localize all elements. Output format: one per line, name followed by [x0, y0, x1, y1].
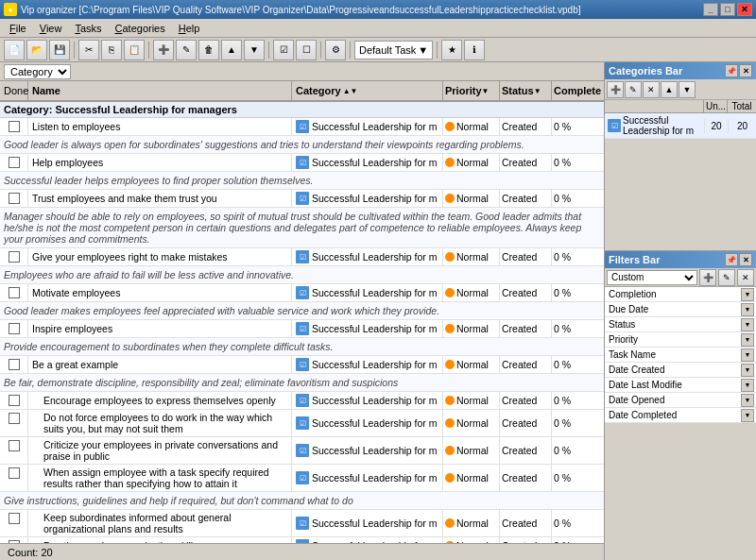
cat-delete-button[interactable]: ✕ [643, 81, 660, 98]
task-checkbox[interactable] [9, 251, 20, 263]
filter-dropdown-datelastmod[interactable]: ▼ [741, 379, 754, 392]
menu-help[interactable]: Help [173, 21, 206, 36]
task-name-cell[interactable]: Criticize your employees in private conv… [28, 437, 292, 464]
toolbar-uncheck[interactable]: ☐ [296, 40, 317, 60]
cat-add-button[interactable]: ➕ [607, 81, 624, 98]
task-name-cell[interactable]: Keep subordinates informed about general… [28, 510, 292, 536]
menu-view[interactable]: View [34, 21, 68, 36]
category-filter-select[interactable]: Category [4, 64, 71, 79]
task-checkbox[interactable] [9, 440, 20, 451]
task-category-cell: Successful Leadership for m [292, 510, 443, 536]
categories-pin-button[interactable]: 📌 [725, 64, 738, 77]
maximize-button[interactable]: □ [720, 3, 735, 16]
toolbar-copy[interactable]: ⎘ [101, 40, 122, 60]
task-checkbox[interactable] [9, 395, 20, 406]
task-checkbox-cell[interactable] [0, 465, 28, 491]
toolbar-up[interactable]: ▲ [221, 40, 242, 60]
toolbar-save[interactable]: 💾 [49, 40, 70, 60]
task-checkbox-cell[interactable] [0, 510, 28, 536]
cat-down-button[interactable]: ▼ [679, 81, 696, 98]
filters-pin-button[interactable]: 📌 [725, 253, 738, 266]
task-checkbox[interactable] [9, 413, 20, 424]
toolbar-open[interactable]: 📂 [26, 40, 47, 60]
task-name-cell[interactable]: Inspire employees [28, 320, 292, 337]
task-checkbox-cell[interactable] [0, 118, 28, 135]
task-checkbox[interactable] [9, 359, 20, 370]
filter-row-priority: Priority ▼ [605, 332, 756, 348]
categories-close-button[interactable]: ✕ [739, 64, 752, 77]
task-checkbox[interactable] [9, 513, 20, 524]
filter-dropdown-status[interactable]: ▼ [741, 318, 754, 331]
task-checkbox[interactable] [9, 467, 20, 479]
task-name-cell[interactable]: Give your employees right to make mistak… [28, 248, 292, 265]
task-name-cell[interactable]: When assign employee with a task specify… [28, 465, 292, 491]
filter-dropdown-datecreated[interactable]: ▼ [741, 364, 754, 377]
task-name-cell[interactable]: Motivate employees [28, 284, 292, 301]
col-header-complete[interactable]: Complete [552, 81, 604, 100]
col-header-done[interactable]: Done [0, 81, 28, 100]
toolbar-delete[interactable]: 🗑 [198, 40, 219, 60]
toolbar-paste[interactable]: 📋 [124, 40, 145, 60]
list-item[interactable]: Successful Leadership for m 20 20 [605, 113, 756, 139]
task-checkbox[interactable] [9, 193, 20, 204]
task-name-cell[interactable]: Be a great example [28, 356, 292, 373]
task-checkbox-cell[interactable] [0, 248, 28, 265]
task-checkbox-cell[interactable] [0, 320, 28, 337]
col-header-status[interactable]: Status ▼ [500, 81, 552, 100]
task-checkbox[interactable] [9, 287, 20, 298]
task-priority-cell: Normal [443, 320, 500, 337]
toolbar-down[interactable]: ▼ [244, 40, 265, 60]
filter-edit-button[interactable]: ✎ [718, 269, 735, 286]
title-controls[interactable]: _ □ ✕ [703, 3, 752, 16]
filter-dropdown-priority[interactable]: ▼ [741, 333, 754, 347]
task-name-cell[interactable]: Trust employees and make them trust you [28, 190, 292, 207]
category-icon [296, 444, 309, 457]
task-checkbox-cell[interactable] [0, 437, 28, 464]
minimize-button[interactable]: _ [703, 3, 718, 16]
filter-preset-select[interactable]: Custom [607, 270, 697, 285]
close-button[interactable]: ✕ [737, 3, 752, 16]
filters-close-button[interactable]: ✕ [739, 253, 752, 266]
filter-delete-button[interactable]: ✕ [737, 269, 754, 286]
toolbar-star[interactable]: ★ [441, 40, 462, 60]
task-name-cell[interactable]: Listen to employees [28, 118, 292, 135]
filter-dropdown-dateopened[interactable]: ▼ [741, 394, 754, 407]
col-header-priority[interactable]: Priority ▼ [443, 81, 500, 100]
col-header-category[interactable]: Category ▲▼ [292, 81, 443, 100]
toolbar-check[interactable]: ☑ [273, 40, 294, 60]
toolbar-add[interactable]: ➕ [153, 40, 174, 60]
filter-dropdown-datecompleted[interactable]: ▼ [741, 409, 754, 422]
filter-add-button[interactable]: ➕ [699, 269, 716, 286]
task-checkbox-cell[interactable] [0, 154, 28, 171]
col-status-sort-icon: ▼ [534, 87, 541, 95]
filter-dropdown-completion[interactable]: ▼ [741, 288, 754, 301]
task-checkbox-cell[interactable] [0, 392, 28, 409]
toolbar-new[interactable]: 📄 [4, 40, 25, 60]
task-status-cell: Created [500, 248, 552, 265]
cat-up-button[interactable]: ▲ [661, 81, 678, 98]
task-checkbox-cell[interactable] [0, 356, 28, 373]
default-task-dropdown[interactable]: Default Task ▼ [354, 41, 433, 59]
filter-dropdown-duedate[interactable]: ▼ [741, 303, 754, 316]
cat-edit-button[interactable]: ✎ [625, 81, 642, 98]
filters-bar-title: Filters Bar [609, 254, 660, 265]
task-checkbox[interactable] [9, 323, 20, 334]
menu-categories[interactable]: Categories [110, 21, 171, 36]
task-checkbox-cell[interactable] [0, 410, 28, 436]
task-complete-cell: 0 % [552, 356, 604, 373]
task-checkbox-cell[interactable] [0, 284, 28, 301]
menu-file[interactable]: File [4, 21, 32, 36]
filter-dropdown-taskname[interactable]: ▼ [741, 348, 754, 362]
task-name-cell[interactable]: Help employees [28, 154, 292, 171]
toolbar-edit[interactable]: ✎ [176, 40, 197, 60]
task-name-cell[interactable]: Do not force employees to do work in the… [28, 410, 292, 436]
toolbar-cut[interactable]: ✂ [78, 40, 99, 60]
col-header-name[interactable]: Name [28, 81, 292, 100]
toolbar-filter[interactable]: ⚙ [325, 40, 346, 60]
menu-tasks[interactable]: Tasks [69, 21, 107, 36]
task-checkbox[interactable] [9, 157, 20, 168]
task-checkbox[interactable] [9, 121, 20, 132]
task-checkbox-cell[interactable] [0, 190, 28, 207]
toolbar-info[interactable]: ℹ [464, 40, 485, 60]
task-name-cell[interactable]: Encourage employees to express themselve… [28, 392, 292, 409]
